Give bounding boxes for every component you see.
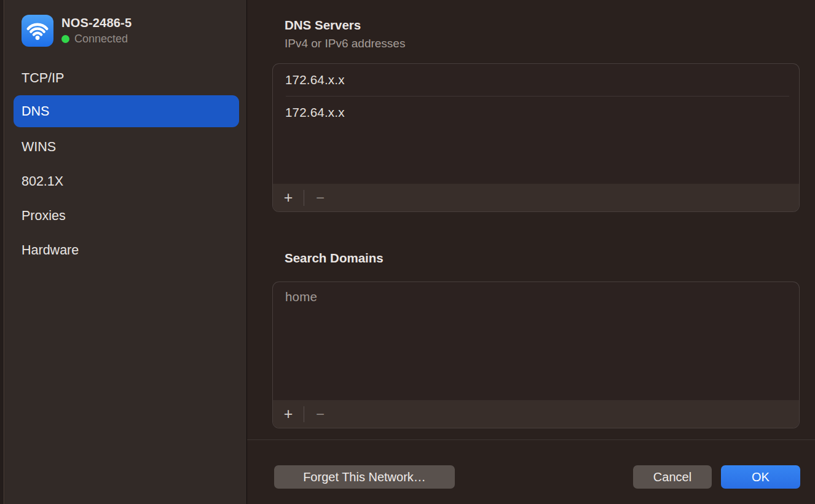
sidebar-item-wins[interactable]: WINS: [14, 135, 239, 159]
dns-servers-subtitle: IPv4 or IPv6 addresses: [285, 37, 405, 50]
sidebar: NOS-2486-5 Connected TCP/IP DNS WINS 802…: [5, 0, 247, 504]
dns-servers-title: DNS Servers: [285, 18, 361, 33]
sidebar-item-hardware[interactable]: Hardware: [14, 238, 239, 262]
dns-server-value: 172.64.x.x: [285, 105, 345, 120]
remove-dns-server-button[interactable]: −: [304, 184, 336, 211]
search-domains-title: Search Domains: [285, 251, 384, 266]
sidebar-item-proxies[interactable]: Proxies: [14, 203, 239, 228]
sidebar-item-dns[interactable]: DNS: [14, 95, 239, 127]
status-dot-icon: [61, 35, 69, 43]
sidebar-item-8021x[interactable]: 802.1X: [14, 169, 239, 194]
forget-network-button[interactable]: Forget This Network…: [274, 465, 455, 489]
network-name: NOS-2486-5: [61, 16, 132, 30]
dns-server-row[interactable]: 172.64.x.x: [273, 96, 799, 128]
dns-server-value: 172.64.x.x: [285, 73, 345, 87]
search-domain-row[interactable]: home: [273, 282, 799, 312]
add-dns-server-button[interactable]: +: [273, 184, 304, 211]
dns-servers-box: 172.64.x.x 172.64.x.x + −: [272, 63, 800, 212]
add-search-domain-button[interactable]: +: [273, 400, 304, 428]
connection-status: Connected: [61, 33, 132, 45]
wifi-details-window: NOS-2486-5 Connected TCP/IP DNS WINS 802…: [0, 0, 815, 504]
background-window-edge: [0, 0, 4, 504]
sidebar-item-tcpip[interactable]: TCP/IP: [14, 66, 239, 90]
connection-header: NOS-2486-5 Connected: [22, 15, 132, 47]
footer-divider: [247, 439, 815, 440]
search-domains-toolbar: + −: [273, 400, 799, 428]
dns-server-row[interactable]: 172.64.x.x: [273, 64, 799, 96]
search-domains-box: home + −: [272, 282, 800, 428]
wifi-icon: [22, 15, 53, 47]
status-label: Connected: [74, 33, 128, 45]
search-domain-value: home: [285, 289, 317, 304]
connection-text: NOS-2486-5 Connected: [61, 16, 132, 45]
dns-servers-toolbar: + −: [273, 184, 799, 211]
cancel-button[interactable]: Cancel: [633, 465, 712, 489]
ok-button[interactable]: OK: [721, 465, 800, 489]
remove-search-domain-button[interactable]: −: [304, 400, 336, 428]
